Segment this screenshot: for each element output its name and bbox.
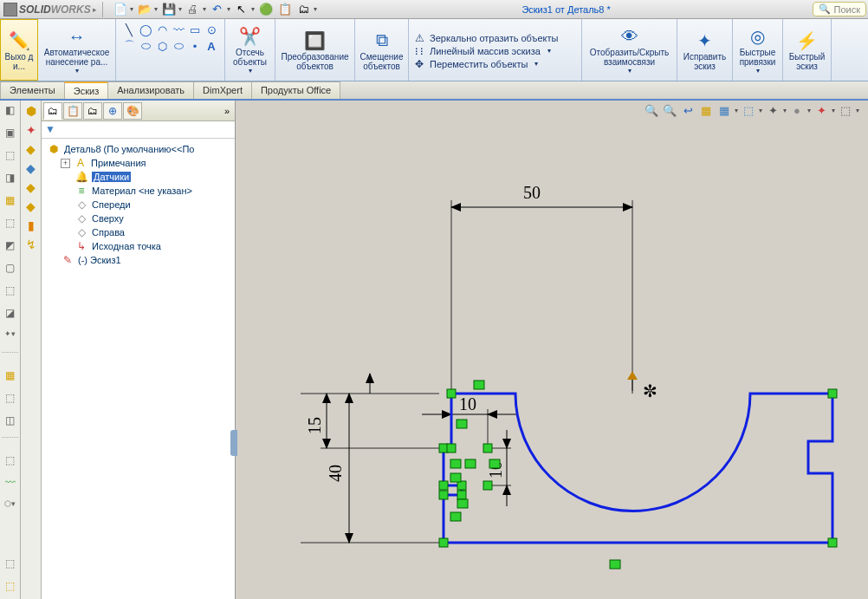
rail-icon[interactable]: ✦ (23, 123, 39, 139)
options-button[interactable]: 📋 (277, 2, 293, 17)
rail-icon[interactable]: ◩ (3, 239, 18, 255)
origin-icon: ↳ (74, 240, 88, 252)
rail-icon[interactable]: ◨ (3, 172, 18, 187)
sketch-canvas[interactable]: 50 40 15 10 10 (236, 101, 868, 599)
open-button[interactable]: 📂 (137, 2, 152, 17)
rail-icon[interactable]: ◆ (23, 161, 39, 177)
spline-tool[interactable]: 〰 (172, 23, 185, 36)
rail-icon[interactable]: ▢ (3, 262, 18, 277)
rail-icon[interactable]: ⬚ (3, 284, 18, 300)
dim-tab[interactable]: ⊕ (103, 102, 122, 120)
dimension-40[interactable]: 40 (326, 465, 345, 482)
document-title: Эскиз1 от Деталь8 * (321, 4, 813, 15)
svg-rect-32 (828, 389, 837, 398)
rail-icon[interactable]: ⬚ (3, 580, 18, 596)
repair-button[interactable]: ✦ Исправить эскиз (677, 19, 733, 81)
search-box[interactable]: 🔍 Поиск (813, 2, 866, 16)
linear-pattern-button[interactable]: ⫶⫶Линейный массив эскиза▾ (412, 45, 551, 57)
mirror-button[interactable]: ⚠Зеркально отразить объекты (412, 32, 558, 44)
rail-icon[interactable]: ▦ (3, 194, 18, 210)
tree-annotations[interactable]: + A Примечания (43, 156, 233, 170)
arc-tool[interactable]: ◠ (155, 23, 169, 36)
tree-right-plane[interactable]: ◇ Справа (43, 225, 233, 239)
left-display-rail: ⬢ ✦ ◆ ◆ ◆ ◆ ▮ ↯ (21, 101, 42, 599)
part-icon[interactable]: ⬢ (23, 104, 39, 120)
snaps-icon: ◎ (750, 25, 765, 48)
tree-front-plane[interactable]: ◇ Спереди (43, 198, 233, 212)
tree-origin[interactable]: ↳ Исходная точка (43, 239, 233, 253)
svg-rect-28 (483, 481, 492, 490)
rail-icon[interactable]: ⬚ (3, 454, 18, 470)
dimension-50[interactable]: 50 (523, 183, 541, 202)
rail-icon[interactable]: ⬚ (3, 149, 18, 165)
tree-material[interactable]: ≡ Материал <не указан> (43, 184, 233, 198)
convert-button[interactable]: 🔲 Преобразование объектов (275, 19, 355, 81)
feature-tree-tab[interactable]: 🗂 (43, 102, 62, 120)
dimension-15[interactable]: 15 (305, 417, 324, 434)
rail-icon[interactable]: ⬚ (3, 392, 18, 407)
display-tab[interactable]: 🎨 (123, 102, 142, 120)
rail-icon[interactable]: ⬚ (3, 217, 18, 232)
print-button[interactable]: 🖨 (185, 2, 201, 17)
rail-icon[interactable]: ◧ (3, 104, 18, 120)
select-button[interactable]: ↖ (234, 2, 249, 17)
tree-filter[interactable]: ▼ (42, 121, 235, 139)
rail-icon[interactable]: ▣ (3, 127, 18, 142)
rail-icon[interactable]: ◫ (3, 414, 18, 430)
tree-root[interactable]: ⬢ Деталь8 (По умолчанию<<По (43, 142, 233, 156)
undo-button[interactable]: ↶ (210, 2, 225, 17)
rail-icon[interactable]: 〰 (3, 477, 18, 492)
display-relations-button[interactable]: 👁 Отобразить/Скрыть взаимосвязи ▾ (582, 19, 677, 81)
rebuild-button[interactable]: 🟢 (258, 2, 274, 17)
left-feature-rail: ◧ ▣ ⬚ ◨ ▦ ⬚ ◩ ▢ ⬚ ◪ ✦▾ ▦ ⬚ ◫ ⬚ 〰 ⬡▾ ⬚ ⬚ (0, 101, 21, 599)
rail-icon[interactable]: ⬚ (3, 557, 18, 573)
rail-icon[interactable]: ◆ (23, 142, 39, 158)
dimension-10h[interactable]: 10 (459, 394, 476, 413)
line-tool[interactable]: ╲ (122, 23, 136, 36)
quick-snaps-button[interactable]: ◎ Быстрые привязки ▾ (733, 19, 783, 81)
rail-icon[interactable]: ▦ (3, 369, 18, 385)
settings-button[interactable]: 🗂 (296, 2, 312, 17)
rapid-sketch-button[interactable]: ⚡ Быстрый эскиз (783, 19, 832, 81)
ellipse-tool[interactable]: ⬭ (139, 39, 152, 53)
rail-icon[interactable]: ◪ (3, 307, 18, 322)
rail-dropdown-icon[interactable]: ⬡▾ (3, 499, 18, 515)
text-tool[interactable]: A (204, 39, 218, 53)
circle-tool[interactable]: ◯ (139, 23, 152, 36)
offset-button[interactable]: ⧉ Смещение объектов (355, 19, 409, 81)
tab-features[interactable]: Элементы (0, 81, 65, 99)
rail-icon[interactable]: ↯ (23, 238, 39, 253)
exit-sketch-button[interactable]: ✏️ Выхо д и... (0, 19, 38, 81)
slot-tool[interactable]: ⬭ (172, 39, 185, 53)
tree-expand-button[interactable]: » (221, 106, 233, 116)
config-tab[interactable]: 🗂 (83, 102, 102, 120)
rail-icon[interactable]: ◆ (23, 180, 39, 196)
trim-button[interactable]: ✂️ Отсечь объекты ▾ (225, 19, 275, 81)
svg-rect-23 (439, 491, 448, 499)
convert-icon: 🔲 (304, 29, 326, 52)
svg-text:✼: ✼ (643, 381, 657, 400)
rail-icon[interactable]: ▮ (23, 218, 39, 234)
arc2-tool[interactable]: ⌒ (122, 39, 136, 53)
rail-icon[interactable]: ◆ (23, 199, 39, 215)
move-button[interactable]: ✥Переместить объекты▾ (412, 58, 538, 70)
rect-tool[interactable]: ▭ (188, 23, 202, 36)
tree-sensors[interactable]: 🔔 Датчики (43, 170, 233, 184)
svg-rect-31 (457, 491, 466, 499)
tab-office[interactable]: Продукты Office (251, 81, 340, 99)
property-tab[interactable]: 📋 (63, 102, 82, 120)
point-tool[interactable]: • (188, 39, 202, 53)
graphics-area[interactable]: 🔍 🔍 ↩ ▦ ▦▾ ⬚▾ ✦▾ ●▾ ✦▾ ⬚▾ 50 40 (236, 101, 868, 599)
save-button[interactable]: 💾 (161, 2, 177, 17)
tab-sketch[interactable]: Эскиз (64, 81, 108, 99)
tab-dimxpert[interactable]: DimXpert (193, 81, 252, 99)
tree-sketch1[interactable]: ✎ (-) Эскиз1 (43, 253, 233, 267)
smart-dimension-button[interactable]: ↔︎ Автоматическое нанесение ра... ▾ (38, 19, 116, 81)
polygon-tool[interactable]: ⬡ (155, 39, 169, 53)
new-button[interactable]: 📄 (113, 2, 128, 17)
expand-icon[interactable]: + (61, 159, 70, 168)
rail-dropdown-icon[interactable]: ✦▾ (3, 329, 18, 345)
tab-evaluate[interactable]: Анализировать (107, 81, 194, 99)
tree-top-plane[interactable]: ◇ Сверху (43, 212, 233, 225)
circle2-tool[interactable]: ⊙ (204, 23, 218, 36)
